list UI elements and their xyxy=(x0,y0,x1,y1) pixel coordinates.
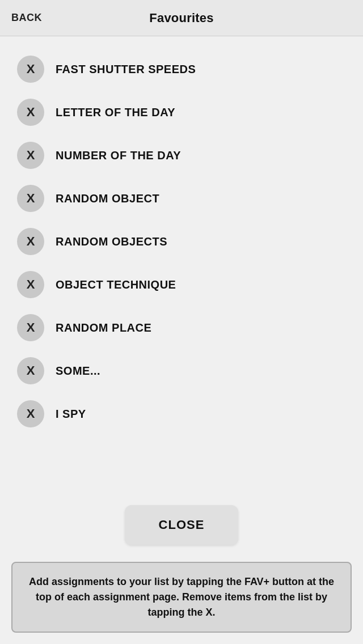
remove-icon: X xyxy=(27,278,35,291)
list-item: XI SPY xyxy=(0,392,363,435)
list-item: XRANDOM OBJECTS xyxy=(0,220,363,263)
remove-button-3[interactable]: X xyxy=(17,142,44,169)
list-item: XSOME... xyxy=(0,349,363,392)
close-button[interactable]: CLOSE xyxy=(125,505,239,545)
item-label: RANDOM OBJECTS xyxy=(56,235,167,248)
remove-icon: X xyxy=(27,149,35,162)
item-label: LETTER OF THE DAY xyxy=(56,106,175,119)
remove-icon: X xyxy=(27,192,35,205)
list-item: XNUMBER OF THE DAY xyxy=(0,134,363,177)
list-item: XOBJECT TECHNIQUE xyxy=(0,263,363,306)
list-item: XRANDOM OBJECT xyxy=(0,177,363,220)
favourites-list: XFAST SHUTTER SPEEDSXLETTER OF THE DAYXN… xyxy=(0,36,363,488)
remove-icon: X xyxy=(27,321,35,334)
close-area: CLOSE xyxy=(0,488,363,556)
item-label: RANDOM PLACE xyxy=(56,321,151,334)
remove-icon: X xyxy=(27,408,35,420)
list-item: XLETTER OF THE DAY xyxy=(0,91,363,134)
remove-button-6[interactable]: X xyxy=(17,271,44,298)
page-title: Favourites xyxy=(149,11,213,26)
remove-button-8[interactable]: X xyxy=(17,357,44,384)
remove-icon: X xyxy=(27,106,35,118)
remove-button-7[interactable]: X xyxy=(17,314,44,341)
remove-button-2[interactable]: X xyxy=(17,99,44,126)
remove-button-9[interactable]: X xyxy=(17,400,44,427)
list-item: XRANDOM PLACE xyxy=(0,306,363,349)
item-label: NUMBER OF THE DAY xyxy=(56,149,181,162)
remove-button-5[interactable]: X xyxy=(17,228,44,255)
remove-button-4[interactable]: X xyxy=(17,185,44,212)
back-button[interactable]: BACK xyxy=(11,12,42,24)
info-box: Add assignments to your list by tapping … xyxy=(11,562,352,633)
remove-icon: X xyxy=(27,365,35,377)
remove-icon: X xyxy=(27,235,35,248)
header: BACK Favourites xyxy=(0,0,363,36)
item-label: SOME... xyxy=(56,365,100,378)
item-label: OBJECT TECHNIQUE xyxy=(56,278,176,291)
item-label: I SPY xyxy=(56,408,86,421)
remove-icon: X xyxy=(27,63,35,75)
remove-button-1[interactable]: X xyxy=(17,56,44,83)
list-item: XFAST SHUTTER SPEEDS xyxy=(0,48,363,91)
item-label: FAST SHUTTER SPEEDS xyxy=(56,63,196,76)
info-text: Add assignments to your list by tapping … xyxy=(26,574,337,620)
item-label: RANDOM OBJECT xyxy=(56,192,159,205)
